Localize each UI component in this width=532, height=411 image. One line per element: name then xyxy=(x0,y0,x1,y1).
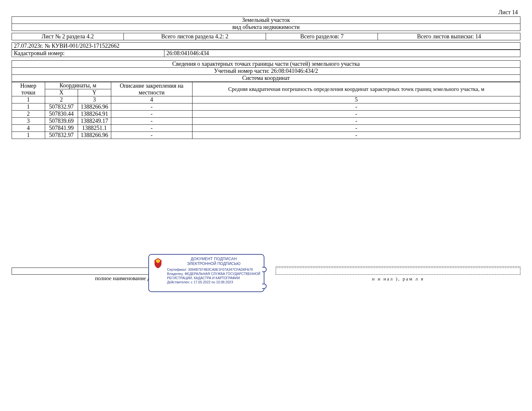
index-row: 1 2 3 4 5 xyxy=(12,96,520,103)
section-part-no: Учетный номер части: 26:08:041046:434/2 xyxy=(12,68,520,75)
col-point-no: Номер точки xyxy=(12,82,45,96)
doc-number-row: 27.07.2023г. № КУВИ-001/2023-171522662 xyxy=(12,42,520,50)
cadastral-row: Кадастровый номер: 26:08:041046:434 xyxy=(12,50,520,57)
cadastral-number: 26:08:041046:434 xyxy=(164,50,520,57)
coat-of-arms-icon xyxy=(152,257,164,269)
coord-system: Система координат xyxy=(12,75,520,82)
digital-signature-stamp: ДОКУМЕНТ ПОДПИСАН ЭЛЕКТРОННОЙ ПОДПИСЬЮ С… xyxy=(148,254,264,292)
table-row: 1507832.971388266.96-- xyxy=(12,103,520,111)
stamp-cert: Сертификат: 3094B7974B3CA8E1F07A347CFAD6… xyxy=(167,268,261,272)
document-number: 27.07.2023г. № КУВИ-001/2023-171522662 xyxy=(12,43,520,50)
stamp-title2: ЭЛЕКТРОННОЙ ПОДПИСЬЮ xyxy=(167,261,261,266)
signature-right-label: н и иал ), рам л я xyxy=(276,276,520,282)
total-sections: Всего разделов: 7 xyxy=(266,33,378,40)
section-header: Сведения о характерных точках границы ча… xyxy=(12,60,520,82)
coordinates-table: Номер точки Координаты, м Описание закре… xyxy=(12,82,520,139)
table-row: 3507839.691388249.17-- xyxy=(12,118,520,125)
col-x: X xyxy=(45,89,78,96)
title-block: Земельный участок вид объекта недвижимос… xyxy=(12,16,520,31)
sheet-of-section: Лист № 2 раздела 4.2 xyxy=(12,33,124,40)
col-fixation: Описание закрепления на местности xyxy=(111,82,192,96)
meta-row: Лист № 2 раздела 4.2 Всего листов раздел… xyxy=(12,33,520,40)
col-error: Средняя квадратичная погрешность определ… xyxy=(192,82,520,96)
col-y: Y xyxy=(78,89,111,96)
col-coords: Координаты, м xyxy=(45,82,111,89)
document-page: Лист 14 Земельный участок вид объекта не… xyxy=(0,0,532,139)
signature-right-box xyxy=(276,268,520,275)
section-title: Сведения о характерных точках границы ча… xyxy=(12,61,520,68)
table-row: 2507830.441388264.91-- xyxy=(12,111,520,118)
stamp-owner1: Владелец: ФЕДЕРАЛЬНАЯ СЛУЖБА ГОСУДАРСТВЕ… xyxy=(167,272,261,276)
table-row: 4507841.991388251.1-- xyxy=(12,125,520,132)
cadastral-label: Кадастровый номер: xyxy=(12,50,164,57)
stamp-title1: ДОКУМЕНТ ПОДПИСАН xyxy=(167,257,261,261)
object-subtitle: вид объекта недвижимости xyxy=(12,24,520,31)
total-sheets-section: Всего листов раздела 4.2: 2 xyxy=(123,33,266,40)
object-title: Земельный участок xyxy=(12,17,520,24)
stamp-owner2: РЕГИСТРАЦИИ, КАДАСТРА И КАРТОГРАФИИ xyxy=(167,276,261,280)
table-row: 1507832.971388266.96-- xyxy=(12,132,520,139)
total-sheets-extract: Всего листов выписки: 14 xyxy=(378,33,520,40)
stamp-valid: Действителен: с 17.05.2022 по 10.08.2023 xyxy=(167,280,261,284)
sheet-number: Лист 14 xyxy=(12,9,520,16)
